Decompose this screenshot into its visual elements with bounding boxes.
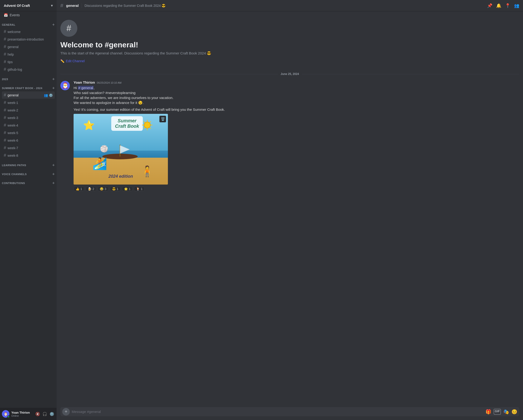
category-voice-label: VOICE CHANNELS bbox=[2, 173, 27, 176]
category-learning-paths[interactable]: LEARNING PATHS + bbox=[0, 159, 57, 168]
bell-icon[interactable]: 🔔 bbox=[496, 3, 501, 8]
emoji-icon[interactable]: 😊 bbox=[511, 409, 517, 415]
input-right-icons: 🎁 GIF 🎭 😊 bbox=[485, 409, 517, 415]
person-right-icon: 🧍 bbox=[140, 165, 154, 178]
sidebar-item-week-8[interactable]: # week-8 bbox=[2, 152, 55, 159]
user-settings-icon[interactable]: ⚙️ bbox=[49, 411, 55, 417]
msg-line-4: We wanted to apologize in advance for it… bbox=[74, 101, 144, 105]
category-2023[interactable]: 2023 + bbox=[0, 73, 57, 82]
hash-icon: # bbox=[4, 108, 6, 113]
category-general-label: GENERAL bbox=[2, 23, 15, 26]
sidebar-item-summer-general[interactable]: # general 👥 ⚙️ bbox=[2, 91, 55, 99]
reaction-sparkle[interactable]: 🌟 1 bbox=[122, 186, 132, 191]
avatar: 🎅 bbox=[2, 410, 9, 418]
hash-icon: # bbox=[4, 67, 6, 72]
sidebar-item-events[interactable]: 📅 Events bbox=[0, 11, 57, 19]
category-general[interactable]: GENERAL + bbox=[0, 19, 57, 28]
sidebar-item-week-7[interactable]: # week-7 bbox=[2, 144, 55, 152]
reaction-count: 1 bbox=[141, 187, 142, 191]
reaction-count: 1 bbox=[129, 187, 131, 191]
message-input-box: + 🎁 GIF 🎭 😊 bbox=[60, 407, 519, 416]
channel-welcome: # Welcome to #general! This is the start… bbox=[60, 16, 519, 69]
channel-name-label: week-7 bbox=[8, 146, 53, 150]
reaction-count: 1 bbox=[117, 187, 118, 191]
gif-icon[interactable]: GIF bbox=[494, 409, 501, 415]
hash-icon: # bbox=[4, 145, 6, 150]
hash-large-icon: # bbox=[66, 23, 71, 33]
category-2023-add-icon[interactable]: + bbox=[52, 77, 55, 81]
message-input[interactable] bbox=[72, 407, 484, 416]
sidebar-item-help[interactable]: # help bbox=[2, 51, 55, 58]
sidebar-item-week-4[interactable]: # week-4 bbox=[2, 122, 55, 129]
events-label: Events bbox=[10, 13, 20, 17]
headphone-icon[interactable]: 🎧 bbox=[42, 411, 48, 417]
reaction-sunglasses[interactable]: 😎 1 bbox=[110, 186, 121, 191]
topbar: # general Discussions regarding the Summ… bbox=[57, 0, 523, 11]
edit-channel-button[interactable]: ✏️ Edit Channel bbox=[60, 59, 85, 63]
topbar-hash-icon: # bbox=[60, 3, 63, 9]
hash-icon: # bbox=[4, 59, 6, 64]
reaction-beer[interactable]: 🍺 2 bbox=[86, 186, 96, 191]
person-left-icon: 🏄 bbox=[92, 157, 107, 170]
svg-marker-11 bbox=[120, 145, 130, 153]
reaction-emoji: 👍 bbox=[76, 187, 80, 191]
members-icon[interactable]: 👥 bbox=[44, 93, 48, 97]
channel-name-label: week-4 bbox=[8, 123, 53, 127]
image-edition-text: 2024 edition bbox=[108, 174, 133, 179]
members-icon[interactable]: 👥 bbox=[514, 3, 519, 8]
category-learning-add-icon[interactable]: + bbox=[52, 163, 55, 167]
msg-line-2: Who said vacation? #neverstoplearning bbox=[74, 91, 136, 95]
reaction-emoji: 😂 bbox=[100, 187, 104, 191]
reaction-laugh[interactable]: 😂 3 bbox=[98, 186, 108, 191]
category-contributions[interactable]: CONTRIBUTIONS + bbox=[0, 177, 57, 186]
summer-craft-image: SummerCraft Book bbox=[74, 114, 168, 185]
channel-name-label: week-6 bbox=[8, 139, 53, 142]
gift-icon[interactable]: 🎁 bbox=[485, 409, 491, 415]
mute-icon[interactable]: 🔇 bbox=[35, 411, 41, 417]
reaction-cocktail[interactable]: 🍹 1 bbox=[134, 186, 145, 191]
hash-icon: # bbox=[4, 44, 6, 49]
category-voice-add-icon[interactable]: + bbox=[52, 172, 55, 176]
category-contributions-add-icon[interactable]: + bbox=[52, 181, 55, 185]
category-summer-craft-label: SUMMER CRAFT BOOK - 2024 bbox=[2, 87, 42, 89]
sidebar-item-week-5[interactable]: # week-5 bbox=[2, 129, 55, 137]
image-delete-button[interactable]: 🗑️ bbox=[159, 116, 166, 122]
user-name: Yoan Thirion bbox=[11, 411, 33, 414]
msg-pre-image-text: Yes! It's coming, our summer edition of … bbox=[74, 107, 519, 112]
mention-general[interactable]: # general bbox=[78, 86, 94, 90]
msg-after-text: Yes! It's coming, our summer edition of … bbox=[74, 107, 225, 112]
category-voice-channels[interactable]: VOICE CHANNELS + bbox=[0, 168, 57, 177]
server-header[interactable]: Advent Of Craft ▾ bbox=[0, 0, 57, 11]
channel-welcome-icon: # bbox=[60, 20, 77, 37]
hash-icon: # bbox=[4, 37, 6, 42]
hash-icon: # bbox=[4, 123, 6, 128]
settings-icon[interactable]: ⚙️ bbox=[49, 93, 53, 97]
sidebar-item-week-2[interactable]: # week-2 bbox=[2, 106, 55, 114]
message-header: Yoan Thirion 06/25/2024 10:10 AM bbox=[74, 80, 519, 84]
message-content: Yoan Thirion 06/25/2024 10:10 AM Hi # ge… bbox=[74, 80, 519, 191]
message: 🎅 Yoan Thirion 06/25/2024 10:10 AM Hi # … bbox=[60, 80, 519, 192]
sticker-icon[interactable]: 🎭 bbox=[503, 409, 509, 415]
reaction-emoji: 🍺 bbox=[88, 187, 91, 191]
sidebar-item-presentation-introduction[interactable]: # presentation-introduction bbox=[2, 36, 55, 43]
category-general-add-icon[interactable]: + bbox=[52, 23, 55, 27]
sign-text: SummerCraft Book bbox=[115, 118, 139, 129]
message-reactions: 👍 1 🍺 2 😂 3 😎 1 bbox=[74, 186, 519, 191]
category-summer-craft[interactable]: SUMMER CRAFT BOOK - 2024 + bbox=[0, 82, 57, 91]
sun-icon bbox=[141, 119, 154, 131]
sidebar-item-general-general[interactable]: # general bbox=[2, 43, 55, 50]
pinned-icon[interactable]: 📍 bbox=[505, 3, 510, 8]
channel-name-label: week-2 bbox=[8, 108, 53, 112]
topbar-icons: 📌 🔔 📍 👥 bbox=[487, 3, 519, 8]
message-add-button[interactable]: + bbox=[62, 408, 70, 416]
reaction-thumbsup[interactable]: 👍 1 bbox=[74, 186, 84, 191]
sidebar-item-welcome[interactable]: # welcome bbox=[2, 28, 55, 35]
sidebar-item-week-3[interactable]: # week-3 bbox=[2, 114, 55, 121]
sidebar-item-week-1[interactable]: # week-1 bbox=[2, 99, 55, 106]
sidebar-item-week-6[interactable]: # week-6 bbox=[2, 137, 55, 144]
sidebar-item-tips[interactable]: # tips bbox=[2, 58, 55, 65]
pin-icon[interactable]: 📌 bbox=[487, 3, 492, 8]
sidebar-item-github-log[interactable]: # github-log bbox=[2, 66, 55, 73]
category-summer-add-icon[interactable]: + bbox=[52, 86, 55, 90]
svg-line-6 bbox=[149, 127, 151, 129]
